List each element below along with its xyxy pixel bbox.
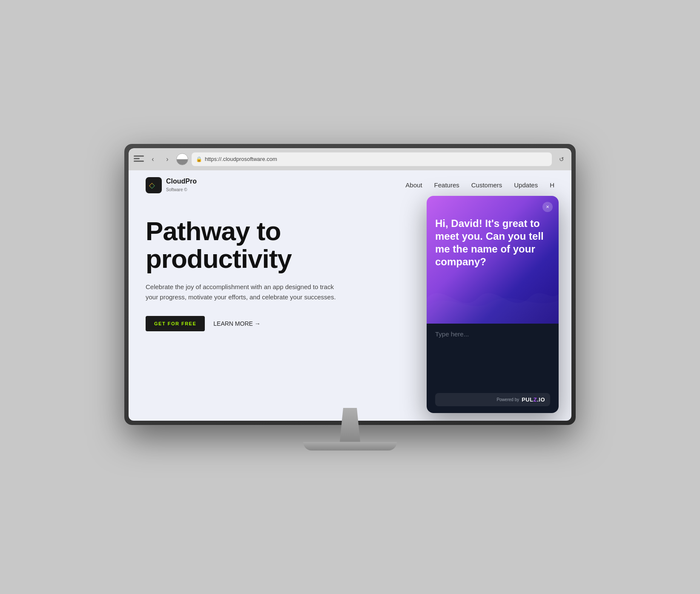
powered-by-brand: PULZ.IO — [522, 396, 545, 403]
nav-links: About Features Customers Updates H — [405, 181, 554, 189]
url-text: https://.cloudprosoftware.com — [205, 156, 277, 162]
browser-chrome: ‹ › 🔒 https://.cloudprosoftware.com ↺ — [129, 148, 571, 170]
logo-diamond-icon — [149, 181, 158, 190]
website-content: CloudPro Software © About Features Custo… — [129, 170, 571, 421]
address-bar[interactable]: 🔒 https://.cloudprosoftware.com — [192, 152, 552, 166]
forward-button[interactable]: › — [162, 154, 173, 165]
back-button[interactable]: ‹ — [147, 154, 158, 165]
scene: ‹ › 🔒 https://.cloudprosoftware.com ↺ — [116, 144, 584, 451]
logo-sub: Software © — [166, 187, 187, 192]
nav-link-more[interactable]: H — [550, 181, 554, 189]
sidebar-toggle-icon[interactable] — [134, 155, 144, 163]
monitor-shell: ‹ › 🔒 https://.cloudprosoftware.com ↺ — [124, 144, 576, 425]
nav-link-updates[interactable]: Updates — [514, 181, 538, 189]
get-free-button[interactable]: GET FOR FREE — [146, 316, 205, 331]
lock-icon: 🔒 — [196, 156, 202, 162]
learn-more-button[interactable]: LEARN MORE → — [213, 320, 260, 327]
logo-area[interactable]: CloudPro Software © — [146, 177, 197, 193]
chat-placeholder: Type here... — [435, 330, 469, 338]
monitor-bezel: ‹ › 🔒 https://.cloudprosoftware.com ↺ — [129, 148, 571, 421]
brand-dot: Z — [534, 396, 537, 403]
chat-wave-decoration — [427, 273, 559, 324]
stand-base — [303, 442, 397, 451]
contrast-button[interactable] — [176, 153, 188, 165]
powered-by-label: Powered by — [496, 397, 519, 402]
nav-link-features[interactable]: Features — [434, 181, 459, 189]
logo-name: CloudPro — [166, 178, 197, 185]
hero-subtext: Celebrate the joy of accomplishment with… — [146, 282, 341, 302]
chat-input-area[interactable]: Type here... — [435, 330, 550, 393]
monitor-stand — [303, 408, 397, 451]
nav-link-customers[interactable]: Customers — [471, 181, 502, 189]
chat-question: Hi, David! It's great to meet you. Can y… — [435, 217, 550, 268]
logo-icon — [146, 177, 162, 193]
stand-neck — [333, 408, 367, 442]
chat-powered-footer: Powered by PULZ.IO — [435, 393, 550, 406]
reload-button[interactable]: ↺ — [557, 155, 566, 164]
chat-close-button[interactable]: × — [542, 202, 553, 212]
chat-top-section: × Hi, David! It's great to meet you. Can… — [427, 196, 559, 324]
logo-text-group: CloudPro Software © — [166, 178, 197, 193]
chat-widget: × Hi, David! It's great to meet you. Can… — [427, 196, 559, 413]
nav-link-about[interactable]: About — [405, 181, 422, 189]
hero-heading: Pathway to productivity — [146, 217, 367, 273]
chat-bottom-section: Type here... Powered by PULZ.IO — [427, 324, 559, 413]
